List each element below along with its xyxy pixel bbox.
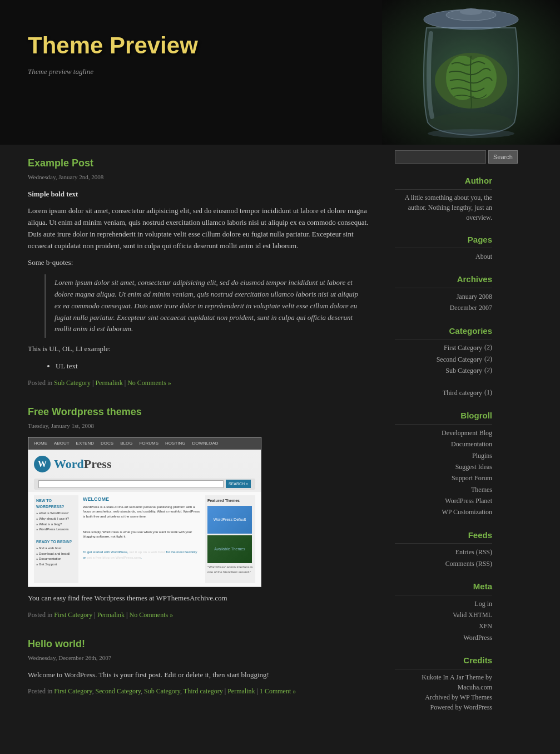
sidebar-blogroll-section: Blogroll Development Blog Documentation … bbox=[395, 410, 492, 518]
sidebar-blogroll-1[interactable]: Documentation bbox=[395, 438, 492, 450]
search-input[interactable] bbox=[395, 150, 486, 164]
sidebar-meta-section: Meta Log in Valid XHTML XFN WordPress bbox=[395, 580, 492, 643]
sidebar-meta-wp[interactable]: WordPress bbox=[395, 632, 492, 643]
sidebar-pages-section: Pages About bbox=[395, 234, 492, 263]
wp-nav-hosting: HOSTING bbox=[165, 440, 185, 447]
header-text-block: Theme Preview Theme preview tagline bbox=[28, 11, 198, 77]
post-category-link[interactable]: Sub Category bbox=[54, 379, 91, 387]
wp-main: WELCOME WordPress is a state-of-the-art … bbox=[83, 495, 201, 584]
post-footer-example: Posted in Sub Category | Permalink | No … bbox=[28, 378, 373, 388]
sidebar-cat-count-1: (2) bbox=[484, 342, 492, 353]
sidebar-cat-3: Sub Category (2) bbox=[395, 365, 492, 376]
sidebar-cat-link-2[interactable]: Second Category bbox=[437, 354, 482, 365]
post-example: Example Post Wednesday, January 2nd, 200… bbox=[28, 156, 373, 388]
sidebar-cat-link-3[interactable]: Sub Category bbox=[445, 365, 482, 376]
post-hello-cat3[interactable]: Sub Category bbox=[144, 687, 180, 695]
sidebar-credits-section: Credits Kukote In A Jar Theme by Macuha.… bbox=[395, 654, 492, 712]
wp-themes-col: Featured Themes WordPress Default Availa… bbox=[205, 495, 255, 584]
header-image bbox=[382, 0, 560, 145]
post-hello-cat2[interactable]: Second Category bbox=[96, 687, 141, 695]
post-list-intro: This is UL, OL, LI example: bbox=[28, 343, 373, 355]
sidebar-archive-jan08[interactable]: January 2008 bbox=[395, 291, 492, 302]
sidebar-meta-xhtml[interactable]: Valid XHTML bbox=[395, 609, 492, 620]
post-paragraph1: Lorem ipsum dolor sit amet, consectetur … bbox=[28, 205, 373, 252]
sidebar-cat-count-3: (2) bbox=[484, 365, 492, 376]
post-content-hello: Welcome to WordPress. This is your first… bbox=[28, 669, 373, 681]
post-content-example: Simple bold text Lorem ipsum dolor sit a… bbox=[28, 189, 373, 372]
sidebar-blogroll-4[interactable]: Support Forum bbox=[395, 472, 492, 484]
sidebar-blogroll-6[interactable]: WordPress Planet bbox=[395, 495, 492, 506]
post-hello-content: Welcome to WordPress. This is your first… bbox=[28, 669, 373, 681]
page-wrapper: Example Post Wednesday, January 2nd, 200… bbox=[0, 145, 560, 735]
sidebar-pages-heading: Pages bbox=[395, 234, 492, 249]
wp-search-input bbox=[38, 480, 224, 488]
wp-nav-blog: BLOG bbox=[120, 440, 132, 447]
wp-nav-forums: FORUMS bbox=[139, 440, 158, 447]
sidebar-cat-1: First Category (2) bbox=[395, 342, 492, 353]
site-tagline: Theme preview tagline bbox=[28, 66, 198, 77]
post-wp-comments[interactable]: No Comments » bbox=[129, 611, 173, 619]
post-comments[interactable]: No Comments » bbox=[127, 379, 171, 387]
sidebar-feed-comments[interactable]: Comments (RSS) bbox=[395, 558, 492, 569]
post-hello-permalink[interactable]: Permalink bbox=[227, 687, 255, 695]
sidebar-feeds-section: Feeds Entries (RSS) Comments (RSS) bbox=[395, 529, 492, 569]
post-ul: UL text bbox=[56, 361, 373, 372]
sidebar-author-heading: Author bbox=[395, 175, 492, 190]
sidebar-blogroll-heading: Blogroll bbox=[395, 410, 492, 425]
wp-search-btn: SEARCH » bbox=[226, 480, 251, 488]
search-button[interactable]: Search bbox=[488, 150, 518, 164]
post-footer-hello: Posted in First Category, Second Categor… bbox=[28, 686, 373, 696]
sidebar-feed-entries[interactable]: Entries (RSS) bbox=[395, 546, 492, 558]
post-hello-cat1[interactable]: First Category bbox=[54, 687, 92, 695]
sidebar-author-text: A little something about you, the author… bbox=[395, 193, 492, 223]
post-wp-permalink[interactable]: Permalink bbox=[97, 611, 125, 619]
post-bquote-intro: Some b-quotes: bbox=[28, 257, 373, 269]
wp-body: NEW TO WORDPRESS? » what is WordPress? »… bbox=[28, 492, 261, 587]
post-hello-cat4[interactable]: Third category bbox=[184, 687, 223, 695]
sidebar-meta-xfn[interactable]: XFN bbox=[395, 620, 492, 632]
sidebar-search-section: Search bbox=[395, 150, 492, 164]
sidebar-archive-dec07[interactable]: December 2007 bbox=[395, 302, 492, 313]
wp-nav-extend: EXTEND bbox=[76, 440, 94, 447]
wp-search-bar: SEARCH » bbox=[34, 479, 255, 490]
post-title-wp[interactable]: Free Wordpress themes bbox=[28, 405, 373, 420]
sidebar-blogroll-0[interactable]: Development Blog bbox=[395, 427, 492, 438]
post-hello-world: Hello world! Wednesday, December 26th, 2… bbox=[28, 637, 373, 696]
sidebar-meta-login[interactable]: Log in bbox=[395, 598, 492, 609]
post-title-example[interactable]: Example Post bbox=[28, 156, 373, 171]
post-title-hello[interactable]: Hello world! bbox=[28, 637, 373, 652]
post-footer-wp: Posted in First Category | Permalink | N… bbox=[28, 610, 373, 620]
sidebar-cat-link-1[interactable]: First Category bbox=[444, 342, 482, 353]
svg-point-2 bbox=[460, 8, 482, 15]
post-wp-category[interactable]: First Category bbox=[54, 611, 92, 619]
sidebar-page-about[interactable]: About bbox=[395, 251, 492, 262]
post-blockquote: Lorem ipsum dolor sit amet, consectetur … bbox=[44, 274, 373, 338]
sidebar-author-section: Author A little something about you, the… bbox=[395, 175, 492, 223]
sidebar-blogroll-5[interactable]: Themes bbox=[395, 484, 492, 495]
sidebar-categories-section: Categories First Category (2) Second Cat… bbox=[395, 325, 492, 399]
sidebar-blogroll-3[interactable]: Suggest Ideas bbox=[395, 461, 492, 472]
sidebar-cat-4: Third category (1) bbox=[395, 387, 492, 398]
wp-logo-text: WordPress bbox=[54, 454, 112, 474]
sidebar-cat-link-4[interactable]: Third category bbox=[443, 387, 482, 398]
post-date-wp: Tuesday, January 1st, 2008 bbox=[28, 421, 373, 431]
post-date-example: Wednesday, January 2nd, 2008 bbox=[28, 173, 373, 182]
wp-sidebar: NEW TO WORDPRESS? » what is WordPress? »… bbox=[34, 495, 78, 584]
wp-nav-home: HOME bbox=[34, 440, 47, 447]
post-permalink[interactable]: Permalink bbox=[95, 379, 122, 387]
post-ul-item: UL text bbox=[56, 361, 373, 372]
sidebar-categories-heading: Categories bbox=[395, 325, 492, 340]
wp-logo-mark: W bbox=[34, 456, 51, 472]
sidebar-cat-2: Second Category (2) bbox=[395, 354, 492, 365]
sidebar-archives-section: Archives January 2008 December 2007 bbox=[395, 273, 492, 313]
post-date-hello: Wednesday, December 26th, 2007 bbox=[28, 653, 373, 663]
post-wp-description: You can easy find free Wordpress themes … bbox=[28, 593, 373, 604]
sidebar-cat-count-4: (1) bbox=[484, 387, 492, 398]
post-hello-comments[interactable]: 1 Comment » bbox=[260, 687, 296, 695]
wp-nav-docs: DOCS bbox=[101, 440, 113, 447]
sidebar: Search Author A little something about y… bbox=[389, 145, 500, 735]
sidebar-blogroll-2[interactable]: Plugins bbox=[395, 450, 492, 461]
sidebar-feeds-heading: Feeds bbox=[395, 529, 492, 544]
sidebar-blogroll-7[interactable]: WP Customization bbox=[395, 506, 492, 518]
post-content-wp: HOME ABOUT EXTEND DOCS BLOG FORUMS HOSTI… bbox=[28, 437, 373, 604]
